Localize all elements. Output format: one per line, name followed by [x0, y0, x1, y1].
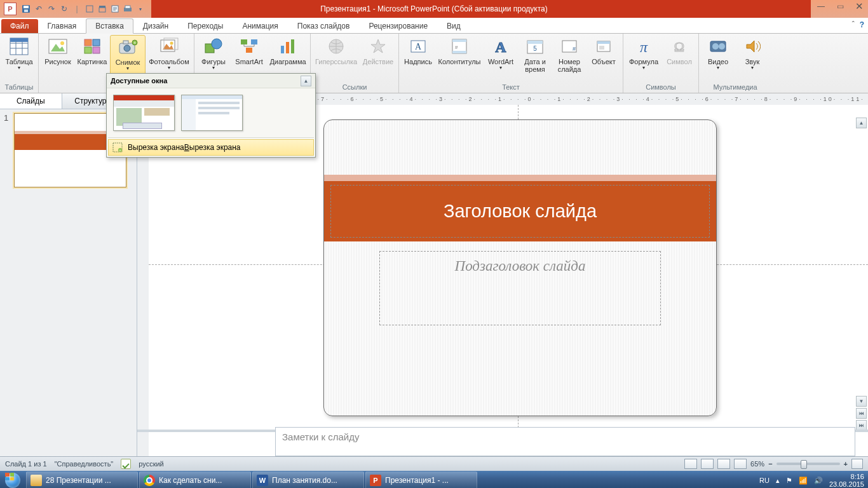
headerfooter-icon: # — [449, 36, 470, 57]
video-button[interactable]: Видео▾ — [702, 35, 735, 82]
task-powerpoint[interactable]: P Презентация1 - ... — [365, 471, 477, 488]
svg-text:A: A — [415, 42, 422, 51]
tray-clock[interactable]: 8:16 23.08.2015 — [829, 473, 864, 488]
tab-animation[interactable]: Анимация — [233, 18, 287, 33]
tab-slides-thumbs[interactable]: Слайды — [0, 93, 62, 109]
status-theme: "Справедливость" — [55, 460, 114, 468]
repeat-icon[interactable]: ↻ — [58, 3, 70, 15]
scroll-up-icon[interactable]: ▲ — [856, 118, 867, 128]
svg-rect-3 — [86, 6, 93, 12]
zoom-out-button[interactable]: − — [768, 460, 772, 468]
tab-file[interactable]: Файл — [1, 19, 38, 33]
zoom-slider[interactable] — [776, 463, 840, 465]
tab-home[interactable]: Главная — [38, 18, 86, 33]
slide-canvas[interactable]: Заголовок слайда Подзаголовок слайда — [323, 119, 717, 416]
svg-marker-57 — [747, 41, 754, 52]
tray-up-icon[interactable]: ▴ — [776, 477, 780, 485]
window-thumb-1[interactable] — [113, 95, 175, 131]
task-word[interactable]: W План занятия.do... — [252, 471, 364, 488]
view-slideshow-button[interactable] — [734, 459, 747, 469]
tray-flag-icon[interactable]: ⚑ — [786, 477, 792, 485]
svg-rect-1 — [24, 6, 29, 8]
clipart-icon — [82, 36, 102, 57]
qat-btn-b[interactable] — [97, 3, 108, 15]
tab-slideshow[interactable]: Показ слайдов — [288, 18, 360, 33]
dd-scroll-up-icon[interactable]: ▲ — [301, 76, 311, 86]
maximize-button[interactable]: ▭ — [834, 1, 846, 11]
view-reading-button[interactable] — [717, 459, 730, 469]
subtitle-placeholder[interactable]: Подзаголовок слайда — [379, 251, 661, 325]
window-thumb-2[interactable] — [181, 95, 243, 131]
wordart-button[interactable]: A WordArt▾ — [484, 35, 517, 82]
audio-button[interactable]: Звук▾ — [736, 35, 769, 82]
start-button[interactable] — [0, 471, 25, 488]
svg-text:+: + — [119, 148, 121, 152]
view-normal-button[interactable] — [684, 459, 697, 469]
table-button[interactable]: Таблица▾ — [3, 35, 36, 82]
screenshot-icon: + — [118, 37, 138, 57]
object-icon — [593, 36, 614, 57]
svg-text:#: # — [455, 44, 458, 50]
group-links: Гиперссылка Действие Ссылки — [311, 34, 399, 93]
vertical-scrollbar[interactable]: ▲ ▼ ⏮ ⏭ — [856, 118, 867, 431]
svg-point-13 — [60, 41, 64, 45]
action-button: Действие — [360, 35, 396, 82]
group-symbols: π Формула▾ Ω Символ Символы — [623, 34, 699, 93]
clipart-button[interactable]: Картинка — [76, 35, 109, 82]
screen-clipping-item[interactable]: + Вырезка экранаВырезка экрана — [108, 139, 314, 156]
fit-to-window-button[interactable] — [851, 459, 863, 469]
svg-rect-31 — [246, 48, 252, 53]
screenshot-dropdown: Доступные окна ▲ + Вырезка экранаВырезка… — [106, 73, 316, 158]
action-icon — [368, 36, 388, 57]
prev-slide-icon[interactable]: ⏮ — [856, 408, 867, 419]
tab-design[interactable]: Дизайн — [133, 18, 178, 33]
save-icon[interactable] — [20, 3, 32, 15]
svg-rect-50 — [597, 41, 610, 44]
help-icon[interactable]: ? — [860, 20, 864, 29]
headerfooter-button[interactable]: # Колонтитулы — [436, 35, 483, 82]
task-explorer[interactable]: 28 Презентации ... — [26, 471, 138, 488]
textbox-button[interactable]: A Надпись — [402, 35, 435, 82]
folder-icon — [31, 475, 42, 486]
scroll-down-icon[interactable]: ▼ — [856, 396, 867, 407]
object-button[interactable]: Объект — [587, 35, 620, 82]
symbol-icon: Ω — [669, 36, 689, 57]
group-text: A Надпись # Колонтитулы A WordArt▾ 5 Дат… — [399, 34, 623, 93]
datetime-button[interactable]: 5 Дата и время — [519, 35, 552, 82]
picture-button[interactable]: Рисунок — [41, 35, 74, 82]
tray-volume-icon[interactable]: 🔊 — [814, 477, 823, 485]
redo-icon[interactable]: ↷ — [46, 3, 57, 15]
svg-point-56 — [719, 43, 725, 50]
equation-button[interactable]: π Формула▾ — [626, 35, 661, 82]
tab-transitions[interactable]: Переходы — [178, 18, 233, 33]
tray-network-icon[interactable]: 📶 — [799, 477, 808, 485]
title-placeholder[interactable]: Заголовок слайда — [324, 181, 716, 241]
qat-more-icon[interactable]: ▾ — [135, 3, 146, 15]
svg-rect-33 — [286, 42, 289, 53]
qat-btn-c[interactable] — [109, 3, 121, 15]
tray-lang[interactable]: RU — [759, 477, 770, 484]
qat-btn-a[interactable] — [84, 3, 95, 15]
slidenumber-button[interactable]: # Номер слайда — [553, 35, 586, 82]
undo-icon[interactable]: ↶ — [33, 3, 44, 15]
dropdown-title: Доступные окна — [111, 77, 167, 85]
group-media: Видео▾ Звук▾ Мультимедиа — [699, 34, 771, 93]
spellcheck-icon[interactable] — [121, 459, 131, 469]
svg-point-19 — [124, 45, 130, 51]
svg-marker-36 — [371, 39, 385, 53]
app-icon: P — [4, 3, 17, 15]
minimize-button[interactable]: ― — [815, 1, 827, 11]
close-button[interactable]: ✕ — [853, 1, 865, 11]
tab-insert[interactable]: Вставка — [86, 18, 133, 34]
zoom-in-button[interactable]: + — [844, 460, 848, 468]
notes-pane[interactable]: Заметки к слайду — [275, 427, 855, 456]
status-language[interactable]: русский — [139, 460, 163, 468]
tab-review[interactable]: Рецензирование — [359, 18, 437, 33]
tab-view[interactable]: Вид — [437, 18, 470, 33]
hyperlink-button: Гиперссылка — [313, 35, 359, 82]
view-sorter-button[interactable] — [701, 459, 714, 469]
shapes-icon — [203, 36, 224, 57]
task-chrome[interactable]: Как сделать сни... — [139, 471, 251, 488]
print-icon[interactable] — [122, 3, 133, 15]
ribbon-minimize-icon[interactable]: ˆ — [852, 20, 855, 29]
